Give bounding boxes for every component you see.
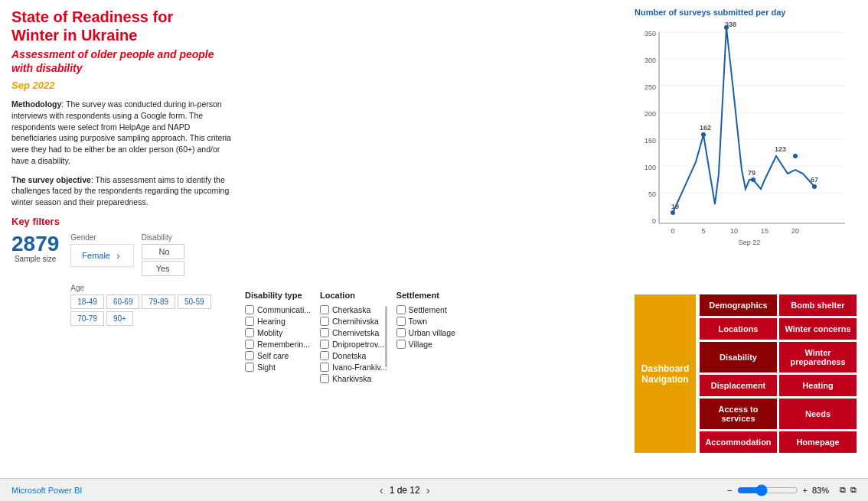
prev-page-button[interactable]: ‹ — [380, 484, 383, 496]
location-kharkivska[interactable]: Kharkivska — [320, 374, 387, 383]
filters-wrapper: Disability type Communicati... Hearing M… — [245, 291, 627, 383]
checkbox-selfcare[interactable] — [245, 351, 254, 360]
svg-text:150: 150 — [644, 137, 656, 145]
checkbox-remembering[interactable] — [245, 340, 254, 349]
expand-icon[interactable]: ⧉ — [850, 485, 857, 495]
location-title: Location — [320, 291, 387, 300]
nav-btn-winter-concerns[interactable]: Winter concerns — [779, 318, 857, 340]
chart-wrapper: Number of surveys submitted per day 350 … — [635, 8, 857, 291]
svg-text:5: 5 — [701, 227, 705, 235]
age-btn-70-79[interactable]: 70-79 — [70, 311, 104, 326]
checkbox-moblity[interactable] — [245, 328, 254, 337]
gender-female-box[interactable]: Female › — [70, 244, 133, 267]
settlement-village[interactable]: Village — [396, 340, 473, 349]
checkbox-sight[interactable] — [245, 363, 254, 372]
scrollbar — [385, 306, 387, 367]
disability-sight[interactable]: Sight — [245, 363, 311, 372]
checkbox-village[interactable] — [396, 340, 406, 349]
disability-moblity[interactable]: Moblity — [245, 328, 311, 337]
main-title: State of Readiness for Winter in Ukraine — [11, 8, 237, 44]
nav-btn-homepage[interactable]: Homepage — [779, 431, 857, 453]
svg-point-32 — [724, 25, 729, 30]
gender-value: Female — [82, 251, 110, 260]
age-btn-90plus[interactable]: 90+ — [106, 311, 133, 326]
chart-title: Number of surveys submitted per day — [635, 8, 857, 17]
disability-communicati[interactable]: Communicati... — [245, 305, 311, 314]
location-donetska[interactable]: Donetska — [320, 351, 387, 360]
date-label: Sep 2022 — [11, 80, 237, 91]
zoom-level: 83% — [812, 486, 829, 495]
nav-btn-heating[interactable]: Heating — [779, 375, 857, 396]
disability-selfcare[interactable]: Self care — [245, 351, 311, 360]
nav-btn-access-services[interactable]: Access to services — [700, 399, 777, 429]
svg-text:200: 200 — [644, 110, 656, 118]
zoom-slider[interactable] — [737, 484, 798, 496]
checkbox-chernivetska[interactable] — [320, 328, 329, 337]
filters-area: Gender Female › Disability No Yes — [70, 233, 237, 326]
checkbox-chernihivska[interactable] — [320, 317, 329, 326]
location-cherkaska[interactable]: Cherkaska — [320, 305, 387, 314]
checkbox-dnipropetrov[interactable] — [320, 340, 329, 349]
checkbox-cherkaska[interactable] — [320, 305, 329, 314]
disability-remembering[interactable]: Rememberin... — [245, 340, 311, 349]
svg-text:67: 67 — [811, 176, 818, 184]
svg-text:250: 250 — [644, 83, 656, 91]
next-page-button[interactable]: › — [426, 484, 430, 496]
disability-section: Disability No Yes — [142, 233, 184, 278]
checkbox-kharkivska[interactable] — [320, 374, 329, 383]
location-chernihivska[interactable]: Chernihivska — [320, 317, 387, 326]
disability-label: Disability — [142, 233, 184, 242]
svg-text:15: 15 — [761, 227, 768, 235]
nav-btn-winter-preparedness[interactable]: Winter preparedness — [779, 342, 857, 372]
age-btn-50-59[interactable]: 50-59 — [178, 294, 211, 309]
disability-no-button[interactable]: No — [142, 244, 184, 259]
fullscreen-icon[interactable]: ⧉ — [840, 485, 846, 495]
nav-btn-demographics[interactable]: Demographics — [700, 294, 777, 316]
svg-text:0: 0 — [652, 217, 656, 225]
gender-section: Gender Female › — [70, 233, 133, 267]
zoom-plus-icon[interactable]: + — [803, 486, 808, 495]
checkbox-donetska[interactable] — [320, 351, 329, 360]
nav-btn-bomb-shelter[interactable]: Bomb shelter — [779, 294, 857, 316]
nav-btn-accommodation[interactable]: Accommodation — [700, 431, 777, 453]
svg-point-33 — [751, 177, 755, 182]
settlement-filter: Settlement Settlement Town Urban village — [396, 291, 473, 383]
sample-label: Sample size — [11, 255, 59, 263]
location-dnipropetrov[interactable]: Dnipropetrov... — [320, 340, 387, 349]
key-filters-section: Key filters 2879 Sample size Gender Fema… — [11, 216, 237, 326]
nav-btn-displacement[interactable]: Displacement — [700, 375, 777, 396]
zoom-minus-icon[interactable]: − — [727, 486, 732, 495]
checkbox-hearing[interactable] — [245, 317, 254, 326]
nav-btn-locations[interactable]: Locations — [700, 318, 777, 340]
nav-btn-disability[interactable]: Disability — [700, 342, 777, 372]
checkbox-communicati[interactable] — [245, 305, 254, 314]
checkbox-town[interactable] — [396, 317, 406, 326]
settlement-urban-village[interactable]: Urban village — [396, 328, 473, 337]
checkbox-settlement[interactable] — [396, 305, 406, 314]
svg-text:0: 0 — [671, 227, 674, 235]
disability-type-title: Disability type — [245, 291, 311, 300]
age-section: Age 18-49 60-69 79-89 50-59 70-79 90+ — [70, 284, 237, 326]
dashboard-navigation: Dashboard Navigation Demographics Bomb s… — [635, 294, 857, 453]
checkbox-urban-village[interactable] — [396, 328, 406, 337]
settlement-settlement[interactable]: Settlement — [396, 305, 473, 314]
checkbox-ivanofrankiv[interactable] — [320, 363, 329, 372]
settlement-title: Settlement — [396, 291, 473, 300]
svg-text:100: 100 — [644, 164, 656, 171]
age-btn-18-49[interactable]: 18-49 — [70, 294, 104, 309]
nav-btn-needs[interactable]: Needs — [779, 399, 857, 429]
disability-hearing[interactable]: Hearing — [245, 317, 311, 326]
power-bi-link[interactable]: Microsoft Power BI — [11, 486, 82, 495]
subtitle: Assessment of older people and people wi… — [11, 47, 237, 75]
right-col: Number of surveys submitted per day 350 … — [635, 8, 857, 478]
settlement-town[interactable]: Town — [396, 317, 473, 326]
disability-yes-button[interactable]: Yes — [142, 261, 184, 276]
age-btn-60-69[interactable]: 60-69 — [106, 294, 140, 309]
chevron-right-icon: › — [114, 249, 122, 262]
location-chernivetska[interactable]: Chernivetska — [320, 328, 387, 337]
svg-point-30 — [671, 210, 675, 215]
location-ivanofrankiv[interactable]: Ivano-Frankiv... — [320, 363, 387, 372]
disability-type-filter: Disability type Communicati... Hearing M… — [245, 291, 311, 383]
age-btn-79-89[interactable]: 79-89 — [142, 294, 175, 309]
main-container: State of Readiness for Winter in Ukraine… — [0, 0, 868, 501]
